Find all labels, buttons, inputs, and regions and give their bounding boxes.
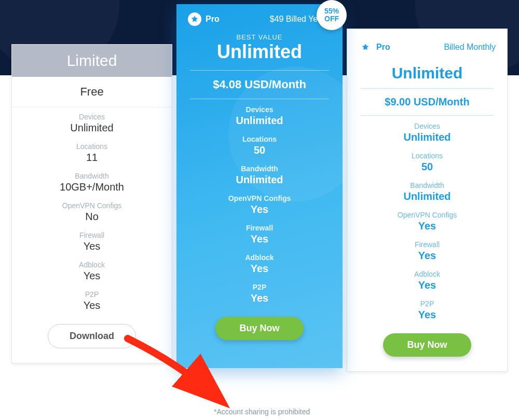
feature-value-firewall: Yes [347,250,507,262]
feature-value-bandwidth: 10GB+/Month [12,181,172,193]
discount-badge: 55% OFF [317,0,347,30]
best-value-label: BEST VALUE [176,33,343,41]
discount-off: OFF [324,15,339,23]
pro-badge-label: Pro [206,15,220,24]
star-icon [188,12,201,26]
feature-value-devices: Unlimited [12,122,172,134]
feature-label-locations: Locations [347,152,507,160]
feature-label-locations: Locations [12,142,172,151]
plan-card-pro-yearly: 55% OFF Pro $49 Billed Yearly BEST VALUE… [176,4,343,368]
feature-value-adblock: Yes [347,279,507,291]
feature-label-devices: Devices [12,113,172,121]
feature-label-openvpn: OpenVPN Configs [176,194,343,202]
plan-features: DevicesUnlimited Locations50 BandwidthUn… [176,100,343,309]
feature-value-locations: 50 [176,144,343,156]
feature-label-openvpn: OpenVPN Configs [347,211,507,219]
feature-label-devices: Devices [176,105,343,114]
feature-value-devices: Unlimited [347,131,507,143]
feature-value-openvpn: No [12,211,172,223]
feature-value-devices: Unlimited [176,115,343,127]
feature-label-firewall: Firewall [12,231,172,239]
feature-label-adblock: Adblock [176,253,343,262]
feature-label-bandwidth: Bandwidth [176,165,343,173]
feature-value-adblock: Yes [176,263,343,275]
plan-card-pro-monthly: Pro Billed Monthly Unlimited $9.00 USD/M… [347,29,508,372]
buy-now-button[interactable]: Buy Now [215,317,304,340]
feature-value-p2p: Yes [12,300,172,311]
feature-value-firewall: Yes [176,233,343,245]
discount-percent: 55% [324,7,339,15]
feature-label-p2p: P2P [12,290,172,299]
plan-card-limited: Limited Free DevicesUnlimited Locations1… [11,44,172,363]
pro-badge-label: Pro [376,43,390,52]
star-icon [359,40,372,54]
plan-title: Unlimited [347,59,507,87]
plan-features: DevicesUnlimited Locations50 BandwidthUn… [347,117,507,326]
footnote-account-sharing: *Account sharing is prohibited [214,408,310,416]
feature-label-locations: Locations [176,135,343,143]
feature-value-p2p: Yes [176,292,343,304]
pro-badge: Pro [359,40,390,54]
feature-value-openvpn: Yes [176,204,343,215]
billing-cycle: Billed Monthly [444,43,496,52]
feature-value-firewall: Yes [12,240,172,252]
feature-label-adblock: Adblock [347,270,507,278]
plan-price: $9.00 USD/Month [361,88,494,116]
buy-now-button[interactable]: Buy Now [383,333,471,357]
feature-label-p2p: P2P [347,300,507,308]
feature-label-adblock: Adblock [12,261,172,269]
feature-value-adblock: Yes [12,270,172,282]
feature-value-locations: 50 [347,161,507,173]
feature-value-p2p: Yes [347,309,507,321]
feature-value-openvpn: Yes [347,220,507,232]
plan-price: Free [12,77,172,107]
feature-label-bandwidth: Bandwidth [347,181,507,189]
feature-label-devices: Devices [347,122,507,130]
plan-title: Unlimited [176,41,343,69]
plan-features: DevicesUnlimited Locations11 Bandwidth10… [12,107,172,317]
feature-label-openvpn: OpenVPN Configs [12,201,172,210]
feature-value-bandwidth: Unlimited [347,191,507,202]
pro-badge: Pro [188,12,220,26]
plan-price: $4.08 USD/Month [190,70,329,99]
feature-value-bandwidth: Unlimited [176,174,343,186]
feature-value-locations: 11 [12,152,172,164]
feature-label-p2p: P2P [176,283,343,291]
feature-label-firewall: Firewall [347,240,507,249]
feature-label-bandwidth: Bandwidth [12,172,172,180]
feature-label-firewall: Firewall [176,224,343,232]
download-button[interactable]: Download [48,324,136,348]
plan-title: Limited [12,45,172,77]
